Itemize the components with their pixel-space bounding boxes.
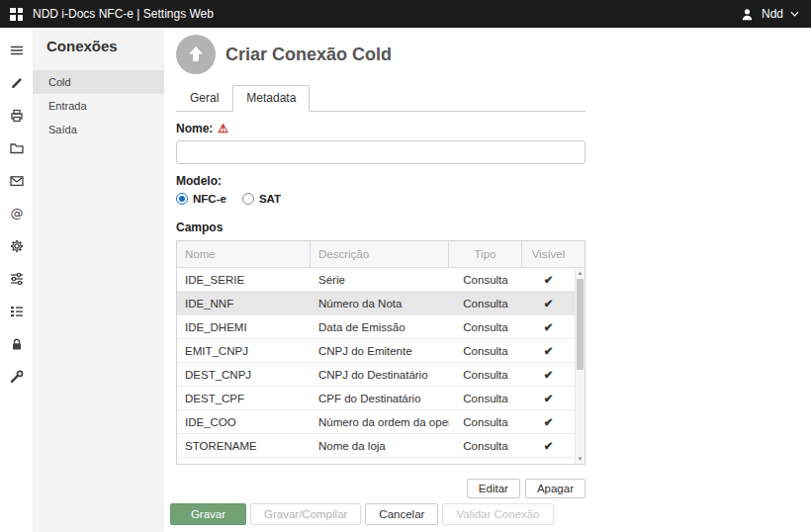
radio-sat-label: SAT	[259, 193, 281, 205]
nome-input[interactable]	[176, 140, 586, 164]
table-header: Nome Descrição Tipo Visível	[177, 241, 585, 268]
table-row[interactable]: IDE_DHEMIData de EmissãoConsulta✔	[177, 315, 575, 339]
panel-item-cold[interactable]: Cold	[33, 70, 164, 94]
cell-desc: Série	[311, 274, 449, 286]
modelo-label: Modelo:	[176, 174, 586, 188]
printer-icon[interactable]	[0, 99, 33, 132]
scroll-up-icon[interactable]: ▲	[576, 268, 585, 278]
panel-item-entrada[interactable]: Entrada	[33, 94, 164, 118]
cell-desc: Nome da loja	[311, 440, 449, 452]
cell-tipo: Consulta	[449, 416, 522, 428]
cell-vis: ✔	[522, 297, 575, 310]
table-row[interactable]: DEST_CPFCPF do DestinatárioConsulta✔	[177, 387, 575, 410]
gravar-button[interactable]: Gravar	[170, 503, 246, 525]
cell-tipo: Consulta	[449, 393, 522, 404]
cell-nome: EMIT_CNPJ	[177, 345, 311, 357]
footer-actions: Gravar Gravar/Compilar Cancelar Validar …	[170, 503, 554, 525]
cell-vis: ✔	[522, 415, 575, 429]
header-tipo: Tipo	[449, 241, 522, 267]
cancelar-button[interactable]: Cancelar	[365, 503, 438, 525]
cell-vis: ✔	[522, 344, 575, 358]
radio-circle-nfce	[176, 193, 188, 205]
cell-tipo: Consulta	[449, 440, 522, 452]
upload-circle-icon	[176, 35, 216, 74]
cell-nome: IDE_SERIE	[177, 274, 311, 286]
cell-tipo: Consulta	[449, 298, 522, 310]
apagar-button[interactable]: Apagar	[525, 479, 586, 498]
cell-tipo: Consulta	[449, 274, 522, 286]
cell-tipo: Consulta	[449, 345, 522, 357]
metadata-form: Nome: ⚠ Modelo: NFC-e SAT Campos	[176, 122, 586, 498]
table-scrollbar[interactable]: ▲ ▼	[575, 268, 585, 464]
cell-desc: CNPJ do Destinatário	[311, 369, 449, 381]
cell-tipo: Consulta	[449, 321, 522, 333]
user-name: Ndd	[762, 7, 783, 21]
cell-nome: DEST_CNPJ	[177, 369, 311, 381]
table-row[interactable]: IDE_SERIESérieConsulta✔	[177, 268, 575, 292]
cell-vis: ✔	[522, 392, 575, 405]
cell-nome: IDE_COO	[177, 416, 311, 428]
editar-button[interactable]: Editar	[467, 479, 520, 498]
nome-label-row: Nome: ⚠	[176, 122, 586, 135]
cell-desc: CNPJ do Emitente	[311, 345, 449, 357]
header-visivel: Visível	[522, 241, 575, 267]
tab-geral[interactable]: Geral	[176, 85, 232, 112]
radio-nfce-label: NFC-e	[193, 193, 226, 205]
modelo-radios: NFC-e SAT	[176, 193, 586, 205]
topbar-left: NDD i-Docs NFC-e | Settings Web	[10, 7, 214, 21]
folder-icon[interactable]	[0, 132, 33, 164]
tab-metadata[interactable]: Metadata	[232, 85, 310, 112]
table-row[interactable]: IDE_COONúmero da ordem da operaç...Consu…	[177, 410, 575, 434]
icon-sidebar: @	[0, 28, 33, 532]
app-title: NDD i-Docs NFC-e | Settings Web	[33, 7, 214, 21]
tab-bar: Geral Metadata	[176, 85, 586, 112]
cell-nome: STORENAME	[177, 440, 311, 452]
wrench-icon[interactable]	[0, 360, 33, 393]
main-content: Criar Conexão Cold Geral Metadata Nome: …	[164, 28, 811, 532]
cell-vis: ✔	[522, 273, 575, 287]
scroll-down-icon[interactable]: ▼	[576, 454, 585, 464]
mail-icon[interactable]	[0, 164, 33, 197]
cell-desc: Número da ordem da operaç...	[311, 416, 449, 428]
cell-desc: Data de Emissão	[311, 321, 449, 333]
at-icon[interactable]: @	[0, 197, 33, 229]
table-row[interactable]: EMIT_CNPJCNPJ do EmitenteConsulta✔	[177, 339, 575, 363]
cell-nome: IDE_DHEMI	[177, 321, 311, 333]
warning-icon: ⚠	[218, 123, 228, 134]
svg-text:@: @	[10, 206, 23, 221]
gravar-compilar-button[interactable]: Gravar/Compilar	[250, 503, 361, 525]
menu-icon[interactable]	[0, 34, 33, 66]
table-row[interactable]: IDE_NNFNúmero da NotaConsulta✔	[177, 292, 575, 315]
panel-title: Conexões	[33, 28, 164, 70]
validar-conexao-button[interactable]: Validar Conexão	[442, 503, 553, 525]
cell-desc: CPF do Destinatário	[311, 393, 449, 404]
user-icon	[740, 7, 755, 22]
radio-circle-sat	[242, 193, 254, 205]
chevron-down-icon	[790, 11, 799, 17]
lock-icon[interactable]	[0, 327, 33, 360]
radio-sat[interactable]: SAT	[242, 193, 281, 205]
panel-item-saida[interactable]: Saída	[33, 118, 164, 141]
radio-nfce[interactable]: NFC-e	[176, 193, 226, 205]
campos-table: Nome Descrição Tipo Visível IDE_SERIESér…	[176, 240, 586, 465]
gear-icon[interactable]	[0, 229, 33, 262]
brush-icon[interactable]	[0, 66, 33, 99]
page-title: Criar Conexão Cold	[225, 44, 392, 65]
table-actions: Editar Apagar	[176, 479, 586, 498]
list-icon[interactable]	[0, 295, 33, 327]
table-row[interactable]: STORENAMENome da lojaConsulta✔	[177, 434, 575, 458]
cell-vis: ✔	[522, 439, 575, 453]
table-row[interactable]: DEST_CNPJCNPJ do DestinatárioConsulta✔	[177, 363, 575, 387]
cell-tipo: Consulta	[449, 369, 522, 381]
app-window: NDD i-Docs NFC-e | Settings Web Ndd	[0, 0, 811, 532]
page-head: Criar Conexão Cold	[176, 34, 811, 75]
scrollbar-thumb[interactable]	[577, 279, 584, 370]
user-menu[interactable]: Ndd	[740, 7, 799, 22]
nome-label: Nome:	[176, 122, 213, 135]
campos-label: Campos	[176, 221, 586, 234]
cell-nome: DEST_CPF	[177, 393, 311, 404]
connections-panel: Conexões Cold Entrada Saída	[33, 28, 164, 532]
cell-vis: ✔	[522, 320, 575, 334]
apps-grid-icon[interactable]	[10, 8, 23, 21]
sliders-icon[interactable]	[0, 262, 33, 295]
